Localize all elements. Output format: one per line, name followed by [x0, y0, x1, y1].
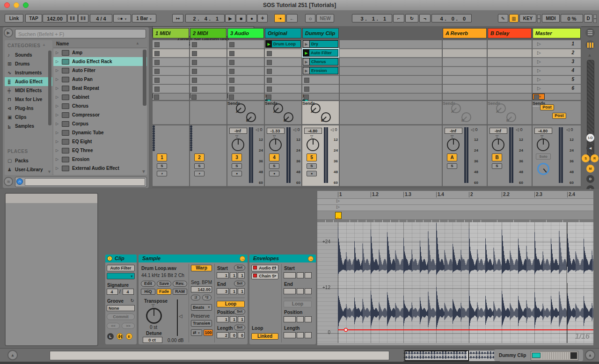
envelope-control-chooser[interactable]: Chain S ▼	[251, 273, 278, 279]
tempo-display[interactable]: 142.00	[43, 14, 67, 22]
warp-marker-lane[interactable]: ▼	[317, 211, 593, 220]
clip-stop-button[interactable]	[229, 51, 234, 56]
solo-button[interactable]: S	[232, 163, 242, 169]
position-bars[interactable]: 1	[217, 316, 229, 322]
envelope-linked-button[interactable]: Linked	[251, 333, 278, 340]
send-a-knob[interactable]: A	[496, 103, 506, 113]
clip-stop-button[interactable]	[304, 87, 309, 92]
clip-stop-button[interactable]	[229, 60, 234, 65]
sidebar-item-audio-effect[interactable]: ⣿Audio Effect	[5, 77, 52, 86]
scene-launch-icon[interactable]: ▷	[537, 86, 541, 91]
solo-button[interactable]: S	[157, 163, 167, 169]
clip-slot[interactable]	[443, 85, 487, 93]
clip-slot[interactable]: ▶Drum Loop	[265, 40, 301, 49]
places-scroll-down-icon[interactable]: ▼	[47, 169, 51, 174]
expander-icon[interactable]: ▷	[56, 119, 58, 128]
clip-launch-icon[interactable]: ▶	[303, 41, 310, 47]
expander-icon[interactable]: ▷	[56, 93, 58, 102]
pan-display[interactable]: ◁ 0	[566, 127, 573, 132]
solo-button[interactable]: S	[307, 163, 317, 169]
clip-stop-button[interactable]	[154, 69, 160, 74]
mixer-toggle-r[interactable]: R	[591, 154, 599, 162]
clip-slot[interactable]	[488, 49, 532, 58]
clip-slot[interactable]	[488, 40, 532, 49]
signature-denominator[interactable]: 4	[123, 289, 134, 295]
gain-slider-handle-icon[interactable]: ◁	[179, 313, 183, 319]
clip-slot[interactable]	[227, 40, 264, 49]
track-header-a-reverb[interactable]: A Reverb	[443, 28, 487, 38]
arrangement-position-display[interactable]: 2. 4. 1	[185, 14, 225, 22]
volume-display[interactable]: -Inf	[445, 128, 462, 134]
link-button[interactable]: Link	[5, 14, 23, 22]
browser-item-external-audio-effect[interactable]: ▷External Audio Effect	[53, 164, 147, 173]
mixer-toggle-io[interactable]: I-O	[586, 134, 594, 142]
sidebar-item-instruments[interactable]: ∿Instruments	[5, 68, 52, 77]
clip-slot[interactable]	[443, 67, 487, 75]
clip-name-field[interactable]: Auto Filter	[107, 265, 135, 271]
clip-stop-button[interactable]	[229, 87, 234, 92]
return-activator-button[interactable]: A	[447, 153, 457, 161]
send-b-knob[interactable]: B	[321, 112, 331, 122]
mixer-toggle-s[interactable]: S	[582, 154, 590, 162]
browser-item-beat-repeat[interactable]: ▷Beat Repeat	[53, 84, 147, 93]
track-stop-button[interactable]	[534, 95, 539, 100]
gain-value[interactable]: 0.00 dB	[168, 338, 183, 343]
clip-slot[interactable]	[265, 67, 301, 75]
clip-stop-button[interactable]	[154, 42, 160, 47]
position-beats[interactable]: 1	[230, 316, 237, 322]
clip-stop-button[interactable]	[229, 78, 234, 83]
capture-new-button[interactable]: NEW	[316, 14, 334, 22]
clip-launch-icon[interactable]: ▶	[303, 67, 310, 74]
clip-slot[interactable]	[443, 49, 487, 58]
beat-time-ruler[interactable]: 11.21.31.422.22.32.4	[317, 191, 593, 199]
mixer-toggle-d[interactable]: D	[586, 175, 594, 183]
clip-slot[interactable]	[443, 58, 487, 66]
clip-stop-button[interactable]	[192, 60, 197, 65]
clip-slot[interactable]	[190, 40, 226, 49]
session-record-button[interactable]: ○	[305, 14, 315, 22]
places-item-aktuelles-pr[interactable]: ▤Aktuelles Pr	[5, 174, 52, 175]
clip-slot[interactable]	[488, 58, 532, 66]
key-map-button[interactable]: KEY	[519, 14, 536, 22]
scene-slot-2[interactable]: ▷2	[533, 49, 581, 58]
browser-item-dynamic-tube[interactable]: ▷Dynamic Tube	[53, 128, 147, 137]
track-activator-button[interactable]: 5	[307, 153, 317, 161]
list-scrollbar[interactable]	[143, 50, 146, 106]
end-sixteenths[interactable]: 1	[238, 288, 245, 294]
expander-icon[interactable]: ▷	[56, 57, 58, 66]
warp-button[interactable]: Warp	[191, 265, 212, 271]
clip-stop-button[interactable]	[267, 60, 272, 65]
volume-display[interactable]: -4.80	[534, 128, 552, 134]
return-activator-button[interactable]: B	[492, 153, 502, 161]
device-view-toggle-icon[interactable]	[585, 40, 595, 50]
browser-item-auto-pan[interactable]: ▷Auto Pan	[53, 75, 147, 84]
start-beats[interactable]: 1	[230, 272, 237, 278]
expander-icon[interactable]: ▷	[56, 48, 58, 57]
envelopes-box-header[interactable]: Envelopes	[249, 255, 316, 262]
browser-item-corpus[interactable]: ▷Corpus	[53, 119, 147, 128]
clip-stop-button[interactable]	[267, 69, 272, 74]
browser-item-cabinet[interactable]: ▷Cabinet	[53, 93, 147, 102]
start-set-button[interactable]: Set	[234, 265, 245, 270]
clip-slot[interactable]	[153, 85, 189, 93]
clip-slot[interactable]	[488, 67, 532, 75]
pan-display[interactable]: ◁ 0	[293, 127, 300, 132]
clip-stop-button[interactable]	[154, 60, 160, 65]
nudge-down-button[interactable]: ‖‖	[67, 14, 78, 22]
browser-play-icon[interactable]: ▶	[4, 28, 13, 37]
pan-display[interactable]: ◁ 0	[330, 127, 337, 132]
hiq-button[interactable]: HiQ	[141, 289, 155, 295]
solo-button[interactable]: S	[492, 163, 502, 169]
show-info-view-icon[interactable]: ▲	[7, 350, 18, 360]
clip-slot[interactable]	[190, 58, 226, 66]
clip-start-marker-icon[interactable]: ▷	[336, 198, 340, 203]
end-set-button[interactable]: Set	[234, 281, 245, 286]
transient-loop-mode-chooser[interactable]: ⇄ ▼	[191, 329, 202, 336]
transients-chooser[interactable]: Transien ▼	[191, 320, 212, 327]
seg-bpm-value[interactable]: 142.00	[191, 286, 212, 292]
clip-chorus[interactable]: ▶Chorus	[303, 58, 338, 66]
clip-slot[interactable]	[190, 67, 226, 75]
sidebar-item-plug-ins[interactable]: ⊲Plug-Ins	[5, 104, 52, 113]
reenable-automation-button[interactable]: ←	[286, 14, 298, 22]
volume-knob[interactable]	[447, 138, 460, 151]
